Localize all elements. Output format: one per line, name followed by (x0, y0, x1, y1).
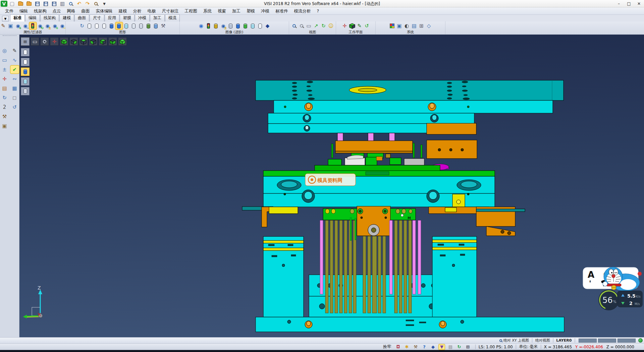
3d-viewport[interactable]: M (19, 35, 644, 337)
window-grid-icon[interactable]: ⊞ (465, 344, 471, 350)
menu-item-17[interactable]: 冲模 (258, 7, 272, 14)
tab-标准[interactable]: 标准 (10, 14, 25, 21)
zoom-extents-icon[interactable] (298, 22, 305, 30)
sidebar-grip[interactable] (3, 35, 16, 38)
tab-建模[interactable]: 建模 (59, 14, 74, 21)
auto-rotate-icon[interactable]: ↻ (456, 344, 462, 350)
cpl-indicator-icon[interactable]: ▼ (439, 344, 445, 350)
transparent-view-icon[interactable] (123, 22, 130, 30)
confirm-icon[interactable]: ✔ (10, 65, 19, 74)
tab-加工[interactable]: 加工 (150, 14, 165, 21)
cpl-axis-icon[interactable]: ✛ (341, 22, 348, 30)
menu-item-16[interactable]: 塑模 (244, 7, 258, 14)
blank-slot[interactable] (10, 113, 19, 121)
strip-shaded-icon[interactable] (21, 68, 30, 76)
orbit-view-icon[interactable]: ↻ (320, 22, 327, 30)
tab-尺寸[interactable]: 尺寸 (90, 14, 104, 21)
strip-wireframe-icon[interactable] (21, 48, 30, 56)
view-cube-bottom-icon[interactable] (69, 37, 78, 46)
solid-quality-icon[interactable] (234, 22, 242, 30)
transparency-icon[interactable] (249, 22, 257, 30)
menu-item-5[interactable]: 网格 (64, 7, 78, 14)
document-icon[interactable]: ▤ (411, 22, 418, 30)
axis-view-icon[interactable]: ✛ (50, 37, 59, 46)
snapshot-icon[interactable]: ◘ (395, 344, 401, 350)
view-cube-iso-icon[interactable] (118, 37, 127, 46)
cpl-cube-icon[interactable] (348, 22, 356, 30)
menu-item-6[interactable]: 曲面 (78, 7, 93, 14)
menu-item-10[interactable]: 电极 (145, 7, 159, 14)
tab-dropdown-button[interactable]: ▼ (2, 16, 9, 21)
menu-item-2[interactable]: 编辑 (16, 7, 31, 14)
color-palette-icon[interactable] (388, 22, 396, 30)
prism-icon[interactable]: ◆ (264, 22, 271, 30)
hide-all-icon[interactable]: ◉− (59, 22, 66, 30)
strip-hidden-line-icon[interactable] (21, 58, 30, 66)
snap-gift-icon[interactable]: ◆ (430, 344, 436, 350)
menu-item-3[interactable]: 线架构 (31, 7, 50, 14)
graphics-settings-icon[interactable]: ⚒ (160, 22, 167, 30)
menu-item-1[interactable]: 文件 (2, 7, 16, 14)
strip-mesh-icon[interactable] (21, 87, 30, 95)
menu-item-19[interactable]: 模流分析 (291, 7, 314, 14)
menu-item-18[interactable]: 标准件 (272, 7, 291, 14)
clipboard-icon[interactable]: ▣ (0, 122, 9, 130)
view-cube-right-icon[interactable] (99, 37, 107, 46)
menu-item-12[interactable]: 工程图 (182, 7, 201, 14)
toggle-visibility-icon[interactable]: ◉± (44, 22, 51, 30)
menu-item-15[interactable]: 加工 (229, 7, 244, 14)
wireframe-view-icon[interactable] (86, 22, 93, 30)
grid-icon[interactable]: ⊞ (418, 22, 425, 30)
dashed-view-icon[interactable] (101, 22, 108, 30)
edit-2d-icon[interactable]: 2 (0, 103, 9, 111)
menu-item-9[interactable]: 分析 (130, 7, 145, 14)
shaded-edges-view-icon[interactable] (115, 22, 123, 30)
cpl-edit-icon[interactable]: ✎ (356, 22, 363, 30)
zoom-window-icon[interactable] (290, 22, 298, 30)
view-menu-icon[interactable]: ≡ (21, 37, 30, 46)
visibility-filter-icon[interactable] (29, 22, 37, 30)
lock-label[interactable]: 拴牢 (383, 344, 391, 350)
tab-编辑[interactable]: 编辑 (25, 14, 40, 21)
maximize-button[interactable]: □ (624, 0, 634, 7)
tool-hammer-icon[interactable]: ⚒ (413, 344, 419, 350)
refresh-icon[interactable]: ↻ (0, 94, 9, 102)
color-swatch-1[interactable] (579, 339, 597, 343)
curve-edit-icon[interactable]: ∿ (10, 56, 19, 64)
zoom-view-icon[interactable] (40, 37, 49, 46)
layers-icon[interactable]: ▤ (0, 84, 9, 92)
help-icon[interactable]: ? (421, 344, 427, 350)
tab-曲面[interactable]: 曲面 (74, 14, 89, 21)
shaded-view-icon[interactable] (108, 22, 115, 30)
advanced-shading-icon[interactable]: ◉ (198, 22, 205, 30)
fit-view-icon[interactable]: ▭ (31, 37, 39, 46)
view-cube-front-icon[interactable] (108, 37, 117, 46)
menu-item-8[interactable]: 建模 (116, 7, 130, 14)
materials-icon[interactable] (212, 22, 220, 30)
hidden-line-view-icon[interactable] (93, 22, 101, 30)
sketch-edit-icon[interactable]: ✎ (10, 47, 19, 55)
display-settings-icon[interactable]: ▣ (396, 22, 403, 30)
selection-frame-icon[interactable]: ▭ (0, 56, 9, 64)
render-barrel-icon[interactable] (145, 22, 152, 30)
regen-graphics-icon[interactable]: ↻ (78, 22, 86, 30)
net-speed-pill[interactable]: 5.5 K/s 2 M/s (617, 291, 643, 307)
absolute-view-label[interactable]: 绝对视图 (535, 338, 550, 343)
minimize-button[interactable]: – (614, 0, 624, 7)
strip-transparent-icon[interactable] (21, 77, 30, 86)
globe-icon[interactable]: ◐ (403, 22, 411, 30)
layer-stack-icon[interactable]: ▤ (447, 344, 453, 350)
hide-entities-icon[interactable]: ◉− (22, 22, 29, 30)
tab-塑膜[interactable]: 塑膜 (120, 14, 135, 21)
texture-icon[interactable] (227, 22, 234, 30)
mesh-view-icon[interactable] (138, 22, 145, 30)
refresh-visibility-icon[interactable]: ◉↻ (37, 22, 44, 30)
show-all-icon[interactable]: ◉+ (51, 22, 59, 30)
solid-cube-icon[interactable]: ◻ (10, 94, 19, 102)
tab-应用[interactable]: 应用 (105, 14, 119, 21)
workplane-view-icon[interactable]: ◇ (425, 22, 433, 30)
menu-item-13[interactable]: 系统 (200, 7, 215, 14)
view-cube-left-icon[interactable] (89, 37, 98, 46)
rotate-view-icon[interactable]: ↗ (313, 22, 320, 30)
view-cube-top-icon[interactable] (79, 37, 88, 46)
